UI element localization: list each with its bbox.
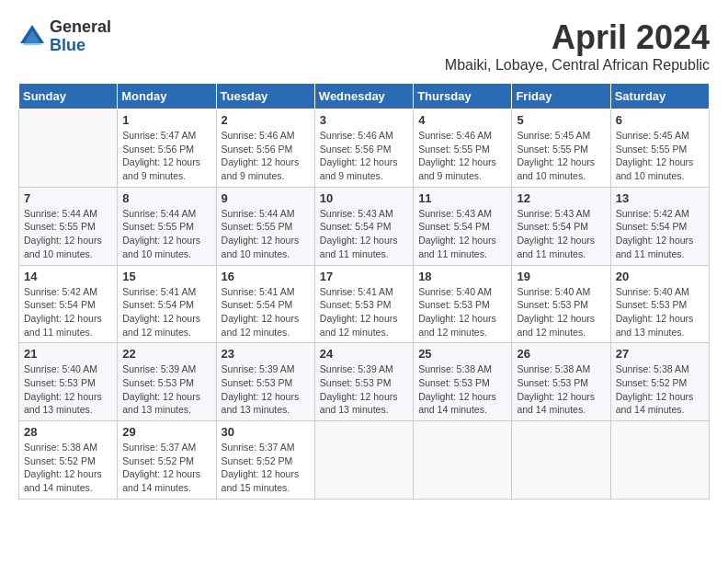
- calendar-cell: 18Sunrise: 5:40 AMSunset: 5:53 PMDayligh…: [414, 265, 512, 343]
- day-info: Sunrise: 5:44 AMSunset: 5:55 PMDaylight:…: [222, 207, 310, 261]
- day-info: Sunrise: 5:39 AMSunset: 5:53 PMDaylight:…: [122, 362, 210, 417]
- calendar-cell: 2Sunrise: 5:46 AMSunset: 5:56 PMDaylight…: [216, 109, 314, 188]
- calendar-cell: 16Sunrise: 5:41 AMSunset: 5:54 PMDayligh…: [216, 265, 314, 343]
- day-info: Sunrise: 5:47 AMSunset: 5:56 PMDaylight:…: [122, 129, 210, 183]
- day-number: 27: [616, 347, 704, 361]
- week-row-2: 7Sunrise: 5:44 AMSunset: 5:55 PMDaylight…: [19, 187, 710, 265]
- calendar-header: SundayMondayTuesdayWednesdayThursdayFrid…: [19, 84, 710, 109]
- calendar-cell: 12Sunrise: 5:43 AMSunset: 5:54 PMDayligh…: [512, 187, 610, 265]
- calendar-cell: 22Sunrise: 5:39 AMSunset: 5:53 PMDayligh…: [118, 343, 216, 421]
- header-saturday: Saturday: [610, 84, 709, 109]
- logo-blue: Blue: [50, 37, 111, 55]
- calendar-cell: 26Sunrise: 5:38 AMSunset: 5:53 PMDayligh…: [512, 343, 610, 421]
- header-thursday: Thursday: [414, 84, 512, 109]
- day-number: 10: [320, 191, 408, 205]
- day-number: 17: [320, 270, 408, 283]
- calendar-cell: 30Sunrise: 5:37 AMSunset: 5:52 PMDayligh…: [216, 421, 314, 500]
- calendar-cell: 23Sunrise: 5:39 AMSunset: 5:53 PMDayligh…: [216, 343, 314, 421]
- week-row-5: 28Sunrise: 5:38 AMSunset: 5:52 PMDayligh…: [19, 421, 710, 500]
- day-number: 20: [616, 270, 704, 283]
- day-number: 30: [222, 425, 310, 439]
- day-number: 11: [418, 191, 506, 205]
- logo: General Blue: [18, 18, 111, 55]
- day-info: Sunrise: 5:40 AMSunset: 5:53 PMDaylight:…: [418, 285, 506, 339]
- day-number: 2: [222, 113, 310, 127]
- day-info: Sunrise: 5:44 AMSunset: 5:55 PMDaylight:…: [24, 207, 112, 261]
- calendar-cell: 29Sunrise: 5:37 AMSunset: 5:52 PMDayligh…: [118, 421, 216, 500]
- calendar-cell: 27Sunrise: 5:38 AMSunset: 5:52 PMDayligh…: [610, 343, 709, 421]
- logo-text: General Blue: [50, 18, 111, 55]
- day-info: Sunrise: 5:41 AMSunset: 5:54 PMDaylight:…: [222, 285, 310, 339]
- calendar-cell: 21Sunrise: 5:40 AMSunset: 5:53 PMDayligh…: [19, 343, 118, 421]
- day-number: 7: [24, 191, 112, 205]
- day-info: Sunrise: 5:41 AMSunset: 5:53 PMDaylight:…: [320, 285, 408, 339]
- day-info: Sunrise: 5:43 AMSunset: 5:54 PMDaylight:…: [517, 207, 605, 261]
- calendar-cell: 24Sunrise: 5:39 AMSunset: 5:53 PMDayligh…: [314, 343, 413, 421]
- calendar-cell: 8Sunrise: 5:44 AMSunset: 5:55 PMDaylight…: [118, 187, 216, 265]
- logo-icon: [18, 23, 46, 51]
- day-number: 9: [222, 191, 310, 205]
- calendar-cell: 10Sunrise: 5:43 AMSunset: 5:54 PMDayligh…: [314, 187, 413, 265]
- day-info: Sunrise: 5:38 AMSunset: 5:53 PMDaylight:…: [418, 362, 506, 417]
- calendar-table: SundayMondayTuesdayWednesdayThursdayFrid…: [18, 83, 710, 500]
- calendar-cell: 4Sunrise: 5:46 AMSunset: 5:55 PMDaylight…: [414, 109, 512, 188]
- calendar-cell: 28Sunrise: 5:38 AMSunset: 5:52 PMDayligh…: [19, 421, 118, 500]
- header-monday: Monday: [118, 84, 216, 109]
- day-number: 22: [122, 347, 210, 361]
- day-number: 12: [517, 191, 605, 205]
- day-number: 1: [122, 113, 210, 127]
- day-info: Sunrise: 5:38 AMSunset: 5:52 PMDaylight:…: [616, 362, 704, 417]
- header-row: SundayMondayTuesdayWednesdayThursdayFrid…: [19, 84, 710, 109]
- day-number: 23: [222, 347, 310, 361]
- calendar-cell: 11Sunrise: 5:43 AMSunset: 5:54 PMDayligh…: [414, 187, 512, 265]
- day-info: Sunrise: 5:46 AMSunset: 5:56 PMDaylight:…: [320, 129, 408, 183]
- day-info: Sunrise: 5:43 AMSunset: 5:54 PMDaylight:…: [418, 207, 506, 261]
- calendar-cell: 3Sunrise: 5:46 AMSunset: 5:56 PMDaylight…: [314, 109, 413, 188]
- calendar-cell: 17Sunrise: 5:41 AMSunset: 5:53 PMDayligh…: [314, 265, 413, 343]
- header-friday: Friday: [512, 84, 610, 109]
- calendar-cell: [512, 421, 610, 500]
- day-info: Sunrise: 5:42 AMSunset: 5:54 PMDaylight:…: [616, 207, 704, 261]
- month-title: April 2024: [445, 18, 710, 57]
- calendar-cell: 13Sunrise: 5:42 AMSunset: 5:54 PMDayligh…: [610, 187, 709, 265]
- calendar-cell: [414, 421, 512, 500]
- week-row-3: 14Sunrise: 5:42 AMSunset: 5:54 PMDayligh…: [19, 265, 710, 343]
- day-number: 21: [24, 347, 112, 361]
- header-wednesday: Wednesday: [314, 84, 413, 109]
- day-info: Sunrise: 5:40 AMSunset: 5:53 PMDaylight:…: [616, 285, 704, 339]
- day-number: 28: [24, 425, 112, 439]
- header-tuesday: Tuesday: [216, 84, 314, 109]
- day-info: Sunrise: 5:46 AMSunset: 5:56 PMDaylight:…: [222, 129, 310, 183]
- day-info: Sunrise: 5:41 AMSunset: 5:54 PMDaylight:…: [122, 285, 210, 339]
- header-sunday: Sunday: [19, 84, 118, 109]
- calendar-cell: 9Sunrise: 5:44 AMSunset: 5:55 PMDaylight…: [216, 187, 314, 265]
- calendar-cell: 14Sunrise: 5:42 AMSunset: 5:54 PMDayligh…: [19, 265, 118, 343]
- day-number: 6: [616, 113, 704, 127]
- calendar-body: 1Sunrise: 5:47 AMSunset: 5:56 PMDaylight…: [19, 109, 710, 500]
- day-info: Sunrise: 5:40 AMSunset: 5:53 PMDaylight:…: [24, 362, 112, 417]
- calendar-cell: [314, 421, 413, 500]
- calendar-cell: [610, 421, 709, 500]
- page-header: General Blue April 2024 Mbaiki, Lobaye, …: [18, 18, 710, 74]
- day-info: Sunrise: 5:37 AMSunset: 5:52 PMDaylight:…: [122, 441, 210, 495]
- day-info: Sunrise: 5:46 AMSunset: 5:55 PMDaylight:…: [418, 129, 506, 183]
- day-number: 26: [517, 347, 605, 361]
- day-number: 29: [122, 425, 210, 439]
- day-info: Sunrise: 5:38 AMSunset: 5:52 PMDaylight:…: [24, 441, 112, 495]
- day-number: 14: [24, 270, 112, 283]
- calendar-cell: 5Sunrise: 5:45 AMSunset: 5:55 PMDaylight…: [512, 109, 610, 188]
- day-info: Sunrise: 5:39 AMSunset: 5:53 PMDaylight:…: [320, 362, 408, 417]
- location: Mbaiki, Lobaye, Central African Republic: [445, 57, 710, 74]
- day-number: 4: [418, 113, 506, 127]
- day-number: 13: [616, 191, 704, 205]
- day-info: Sunrise: 5:44 AMSunset: 5:55 PMDaylight:…: [122, 207, 210, 261]
- day-number: 3: [320, 113, 408, 127]
- calendar-cell: 25Sunrise: 5:38 AMSunset: 5:53 PMDayligh…: [414, 343, 512, 421]
- day-number: 19: [517, 270, 605, 283]
- day-number: 24: [320, 347, 408, 361]
- calendar-cell: 19Sunrise: 5:40 AMSunset: 5:53 PMDayligh…: [512, 265, 610, 343]
- day-info: Sunrise: 5:38 AMSunset: 5:53 PMDaylight:…: [517, 362, 605, 417]
- day-number: 5: [517, 113, 605, 127]
- calendar-cell: 1Sunrise: 5:47 AMSunset: 5:56 PMDaylight…: [118, 109, 216, 188]
- day-number: 18: [418, 270, 506, 283]
